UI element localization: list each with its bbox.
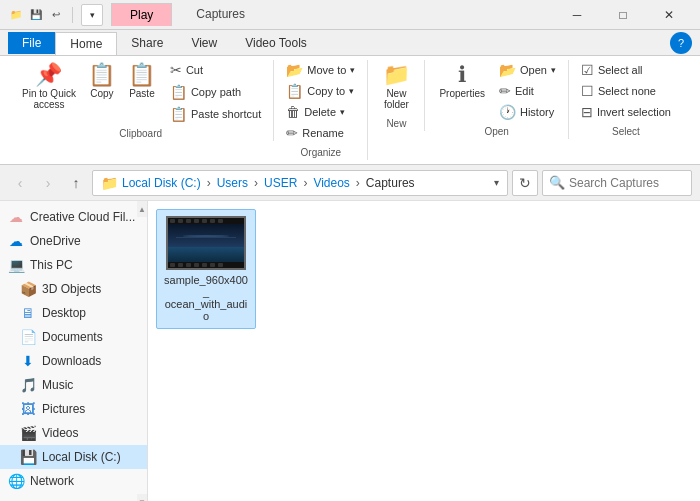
file-item[interactable]: sample_960x400_ ocean_with_audi o <box>156 209 256 329</box>
close-button[interactable]: ✕ <box>646 0 692 30</box>
history-button[interactable]: 🕐 History <box>495 102 560 122</box>
tab-share[interactable]: Share <box>117 32 177 54</box>
history-label: History <box>520 106 554 118</box>
open-label: Open <box>484 126 508 139</box>
search-box[interactable]: 🔍 <box>542 170 692 196</box>
new-folder-button[interactable]: 📁 Newfolder <box>376 60 416 114</box>
invert-icon: ⊟ <box>581 104 593 120</box>
address-local-disk[interactable]: Local Disk (C:) <box>122 176 201 190</box>
invert-label: Invert selection <box>597 106 671 118</box>
select-sub-group: ☑ Select all ☐ Select none ⊟ Invert sele… <box>577 60 675 122</box>
downloads-icon: ⬇ <box>20 353 36 369</box>
properties-button[interactable]: ℹ Properties <box>433 60 491 103</box>
film-hole <box>178 219 183 223</box>
clipboard-label: Clipboard <box>119 128 162 141</box>
cut-label: Cut <box>186 64 203 76</box>
select-all-button[interactable]: ☑ Select all <box>577 60 675 80</box>
sidebar-item-documents[interactable]: 📄 Documents <box>0 325 147 349</box>
tab-file[interactable]: File <box>8 32 55 54</box>
sidebar-item-label: Downloads <box>42 354 101 368</box>
new-group-content: 📁 Newfolder <box>376 60 416 114</box>
edit-label: Edit <box>515 85 534 97</box>
film-hole <box>186 263 191 267</box>
scroll-down-button[interactable]: ▼ <box>137 494 147 501</box>
sidebar-item-label: Videos <box>42 426 78 440</box>
history-icon: 🕐 <box>499 104 516 120</box>
copy-path-button[interactable]: 📋 Copy path <box>166 82 265 102</box>
sidebar-item-network[interactable]: 🌐 Network <box>0 469 147 493</box>
copy-to-button[interactable]: 📋 Copy to ▾ <box>282 81 359 101</box>
film-hole <box>194 263 199 267</box>
select-group: ☑ Select all ☐ Select none ⊟ Invert sele… <box>569 60 683 139</box>
sidebar-item-pictures[interactable]: 🖼 Pictures <box>0 397 147 421</box>
creative-cloud-icon: ☁ <box>8 209 24 225</box>
sidebar-item-3d-objects[interactable]: 📦 3D Objects <box>0 277 147 301</box>
pin-to-quick-access-button[interactable]: 📌 Pin to Quickaccess <box>16 60 82 114</box>
search-input[interactable] <box>569 176 685 190</box>
minimize-button[interactable]: ─ <box>554 0 600 30</box>
move-to-button[interactable]: 📂 Move to ▾ <box>282 60 359 80</box>
music-icon: 🎵 <box>20 377 36 393</box>
film-hole <box>178 263 183 267</box>
copy-button[interactable]: 📋 Copy <box>82 60 122 103</box>
help-button[interactable]: ? <box>670 32 692 54</box>
select-label: Select <box>612 126 640 139</box>
tab-video-tools[interactable]: Video Tools <box>231 32 321 54</box>
back-button[interactable]: ‹ <box>8 171 32 195</box>
rename-button[interactable]: ✏ Rename <box>282 123 359 143</box>
paste-shortcut-button[interactable]: 📋 Paste shortcut <box>166 104 265 124</box>
paste-button[interactable]: 📋 Paste <box>122 60 162 103</box>
sidebar-item-creative-cloud[interactable]: ☁ Creative Cloud Fil... <box>0 205 147 229</box>
open-button[interactable]: 📂 Open ▾ <box>495 60 560 80</box>
delete-button[interactable]: 🗑 Delete ▾ <box>282 102 359 122</box>
folder-icon: 📁 <box>8 7 24 23</box>
up-button[interactable]: ↑ <box>64 171 88 195</box>
ribbon: 📌 Pin to Quickaccess 📋 Copy 📋 Paste ✂ Cu… <box>0 56 700 165</box>
open-group-content: ℹ Properties 📂 Open ▾ ✏ Edit 🕐 History <box>433 60 560 122</box>
forward-button[interactable]: › <box>36 171 60 195</box>
tab-play[interactable]: Play <box>111 3 172 26</box>
maximize-button[interactable]: □ <box>600 0 646 30</box>
sidebar-item-downloads[interactable]: ⬇ Downloads <box>0 349 147 373</box>
file-area[interactable]: sample_960x400_ ocean_with_audi o <box>148 201 700 501</box>
copy-icon: 📋 <box>88 64 115 86</box>
film-hole <box>170 263 175 267</box>
copy-path-label: Copy path <box>191 86 241 98</box>
scroll-up-button[interactable]: ▲ <box>137 201 147 217</box>
sidebar-item-desktop[interactable]: 🖥 Desktop <box>0 301 147 325</box>
refresh-button[interactable]: ↻ <box>512 170 538 196</box>
select-group-content: ☑ Select all ☐ Select none ⊟ Invert sele… <box>577 60 675 122</box>
local-disk-icon: 💾 <box>20 449 36 465</box>
sidebar-item-onedrive[interactable]: ☁ OneDrive <box>0 229 147 253</box>
invert-selection-button[interactable]: ⊟ Invert selection <box>577 102 675 122</box>
address-bar[interactable]: 📁 Local Disk (C:) › Users › USER › Video… <box>92 170 508 196</box>
save-icon: 💾 <box>28 7 44 23</box>
sidebar-item-this-pc[interactable]: 💻 This PC <box>0 253 147 277</box>
tab-home[interactable]: Home <box>55 32 117 55</box>
address-dropdown-icon[interactable]: ▾ <box>494 177 499 188</box>
address-captures: Captures <box>366 176 415 190</box>
sidebar-item-videos[interactable]: 🎬 Videos <box>0 421 147 445</box>
address-folder-icon: 📁 <box>101 175 118 191</box>
sidebar-item-local-disk[interactable]: 💾 Local Disk (C:) <box>0 445 147 469</box>
address-videos[interactable]: Videos <box>313 176 349 190</box>
this-pc-icon: 💻 <box>8 257 24 273</box>
qs-btn-1[interactable]: ▾ <box>81 4 103 26</box>
title-bar-icons: 📁 💾 ↩ ▾ <box>8 4 103 26</box>
film-hole <box>202 219 207 223</box>
cut-button[interactable]: ✂ Cut <box>166 60 265 80</box>
address-user[interactable]: USER <box>264 176 297 190</box>
tab-view[interactable]: View <box>177 32 231 54</box>
edit-button[interactable]: ✏ Edit <box>495 81 560 101</box>
open-sub-group: 📂 Open ▾ ✏ Edit 🕐 History <box>495 60 560 122</box>
desktop-icon: 🖥 <box>20 305 36 321</box>
move-dropdown-icon: ▾ <box>350 65 355 75</box>
3d-objects-icon: 📦 <box>20 281 36 297</box>
sidebar-item-music[interactable]: 🎵 Music <box>0 373 147 397</box>
film-hole <box>210 263 215 267</box>
select-all-label: Select all <box>598 64 643 76</box>
select-all-icon: ☑ <box>581 62 594 78</box>
address-users[interactable]: Users <box>217 176 248 190</box>
film-bottom <box>168 262 244 268</box>
select-none-button[interactable]: ☐ Select none <box>577 81 675 101</box>
